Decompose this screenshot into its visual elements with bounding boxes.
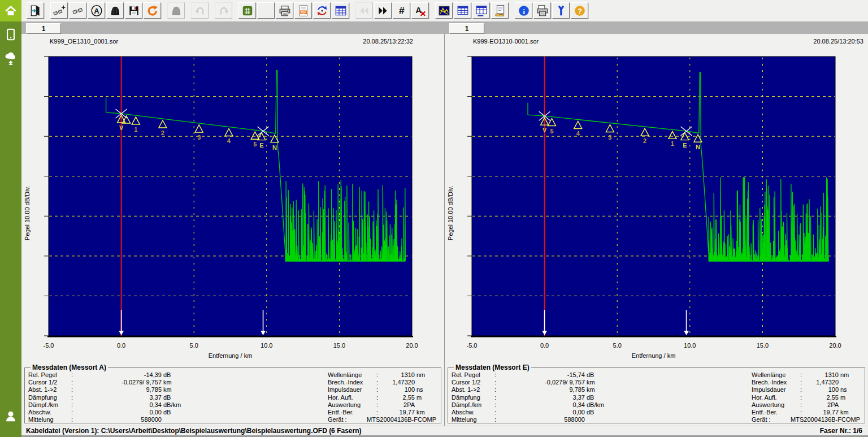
measurement-row: Abst. 1->2:9,785km — [28, 386, 196, 393]
print-icon — [279, 5, 291, 17]
measurement-label: Dämpfung — [28, 394, 71, 401]
measurement-row: Wellenlänge:1310nm — [752, 371, 860, 379]
connector-add-button[interactable] — [50, 2, 68, 19]
measurement-value: -0,0279/ 9,757 — [499, 379, 585, 386]
table-header-button[interactable] — [454, 2, 471, 19]
print-preview-button[interactable] — [533, 2, 551, 19]
tools-button[interactable] — [552, 2, 570, 19]
undo-icon — [194, 5, 206, 17]
font-remove-icon: A — [414, 5, 427, 17]
measurement-value: 2,55 — [381, 394, 415, 401]
measurement-unit: km — [839, 409, 856, 416]
device-value: MTS20004136B-FCOMP — [347, 416, 436, 423]
measurement-unit: dB — [585, 394, 614, 401]
table-button[interactable] — [332, 2, 349, 19]
measurement-unit: dB — [162, 394, 191, 401]
font-remove-button[interactable]: A — [411, 2, 429, 19]
skip-forward-button[interactable] — [374, 2, 392, 19]
sync-icon — [146, 5, 159, 17]
measurement-colon: : — [71, 416, 76, 423]
messdaten-a: Messdaten (Messort A)Rel. Pegel:-14,39dB… — [21, 362, 445, 426]
table-icon — [335, 5, 347, 17]
measurement-unit — [415, 379, 432, 386]
report-hand-button[interactable] — [491, 2, 509, 19]
otdr-chart-a[interactable]: V12345EN-5.00.05.010.015.020.0Entfernung… — [21, 46, 444, 361]
measurement-value: 9,785 — [499, 386, 585, 393]
measurement-label: Cursor 1/2 — [452, 379, 494, 386]
measurement-colon: : — [376, 409, 381, 416]
sidebar-item-cloud-upload[interactable] — [0, 47, 21, 69]
measurement-colon: : — [71, 371, 76, 379]
sidebar-item-device[interactable] — [0, 24, 21, 45]
measurement-unit: dB — [162, 371, 191, 379]
rotate-button[interactable] — [313, 2, 331, 19]
measurement-label: Dämpf./km — [452, 401, 494, 409]
trace-filename-a: K999_OE1310_0001.sor — [50, 38, 118, 45]
table-note-button[interactable] — [472, 2, 490, 19]
measurement-row: Impulsdauer:100ns — [328, 386, 436, 393]
measurement-unit: km — [585, 386, 614, 393]
skip-forward-icon — [377, 5, 389, 17]
cloud-upload-icon — [3, 51, 18, 66]
blank-button[interactable] — [257, 2, 275, 19]
measurement-colon: : — [376, 401, 381, 409]
device-label: Gerät : — [328, 416, 347, 423]
measurement-unit: m — [415, 394, 432, 401]
trace-header-e: K999-EO1310-0001.sor 20.08.25/13:20:53 — [445, 34, 868, 46]
measurement-value: 1,47320 — [805, 379, 839, 386]
measurement-value: 0,00 — [76, 409, 162, 416]
trace-panel-a: K999_OE1310_0001.sor 20.08.25/13:22:32 V… — [21, 34, 445, 362]
measurement-row: Mittelung:588000 — [452, 416, 619, 423]
hash-icon: # — [396, 5, 408, 17]
svg-text:#: # — [399, 5, 405, 16]
trace-view-icon — [438, 5, 450, 17]
measurement-label: Mittelung — [452, 416, 494, 423]
exit-door-button[interactable] — [27, 2, 44, 19]
help-icon: ? — [574, 5, 586, 17]
svg-text:2: 2 — [643, 137, 646, 144]
tools-icon — [555, 5, 567, 17]
sidebar-item-user[interactable] — [0, 405, 21, 427]
measurement-value: 3,37 — [499, 394, 585, 401]
measurement-value: 1310 — [805, 371, 839, 379]
measurement-unit: km — [162, 379, 191, 386]
tab-trace-e[interactable]: 1 — [449, 23, 484, 34]
undo-button — [191, 2, 209, 19]
measurement-colon: : — [800, 394, 805, 401]
measurement-colon: : — [800, 386, 805, 393]
sidebar — [0, 0, 21, 437]
help-button[interactable]: ? — [571, 2, 588, 19]
report-hand-icon — [494, 5, 506, 17]
measurement-label: Wellenlänge — [328, 371, 376, 379]
fiber-spool-button[interactable] — [106, 2, 124, 19]
hash-button[interactable]: # — [393, 2, 410, 19]
measurement-colon: : — [71, 409, 76, 416]
svg-text:-5.0: -5.0 — [44, 342, 54, 349]
svg-text:4: 4 — [227, 137, 231, 144]
measurement-label: Abschw. — [28, 409, 71, 416]
measurement-unit: dB — [162, 409, 191, 416]
fiber-spool-icon — [170, 5, 183, 17]
connector-button[interactable] — [69, 2, 86, 19]
measurement-value: 100 — [381, 386, 415, 393]
export-table-button[interactable] — [238, 2, 256, 19]
print-button[interactable] — [276, 2, 293, 19]
pdf-button[interactable]: PDF — [294, 2, 312, 19]
tab-trace-a[interactable]: 1 — [26, 23, 61, 34]
info-button[interactable]: i — [515, 2, 532, 19]
svg-text:10.0: 10.0 — [261, 342, 272, 349]
trace-a-button[interactable]: A — [88, 2, 105, 19]
measurement-colon: : — [71, 386, 76, 393]
sync-button[interactable] — [144, 2, 161, 19]
otdr-chart-e[interactable]: V54321EN-5.00.05.010.015.020.0Entfernung… — [445, 46, 867, 361]
svg-text:3: 3 — [197, 134, 201, 141]
measurement-unit: dB — [585, 409, 614, 416]
measurement-row: Hor. Aufl.:2,55m — [752, 394, 860, 401]
measurement-row: Impulsdauer:100ns — [752, 386, 860, 393]
sidebar-item-home[interactable] — [0, 0, 21, 21]
measurement-label: Mittelung — [28, 416, 71, 423]
measurement-label: Auswertung — [752, 401, 800, 409]
measurement-label: Dämpfung — [452, 394, 494, 401]
save-button[interactable] — [125, 2, 142, 19]
trace-view-button[interactable] — [435, 2, 453, 19]
